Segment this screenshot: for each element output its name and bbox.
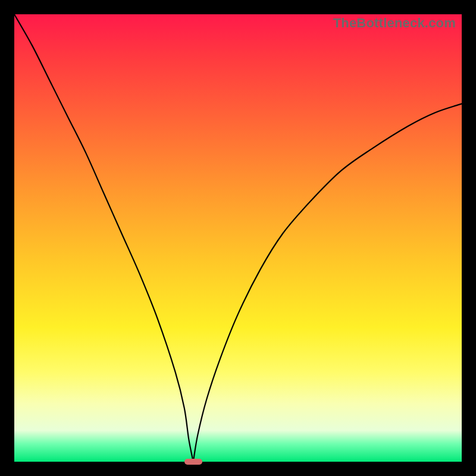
optimal-marker xyxy=(184,459,202,465)
bottleneck-curve xyxy=(14,14,462,462)
plot-area: TheBottleneck.com xyxy=(14,14,462,462)
chart-frame: TheBottleneck.com xyxy=(0,0,476,476)
curve-left xyxy=(14,14,193,462)
curve-right xyxy=(193,104,462,462)
